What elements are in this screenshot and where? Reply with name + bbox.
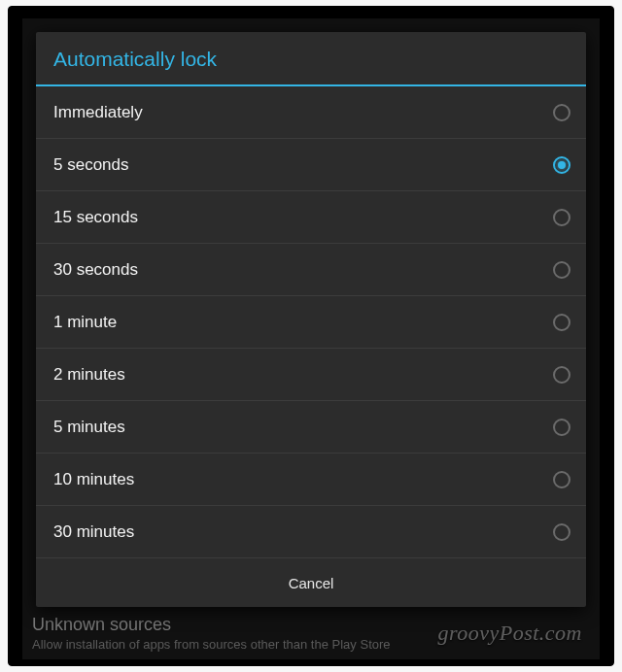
cancel-button[interactable]: Cancel [36, 558, 586, 607]
background-setting-subtitle: Allow installation of apps from sources … [32, 637, 590, 652]
device-frame: Unknown sources Allow installation of ap… [8, 6, 614, 666]
radio-icon[interactable] [553, 209, 570, 226]
option-row[interactable]: 5 seconds [36, 139, 586, 191]
option-label: 30 minutes [53, 522, 134, 542]
radio-icon[interactable] [553, 261, 570, 279]
option-label: 1 minute [53, 313, 117, 332]
option-row[interactable]: 10 minutes [36, 454, 586, 506]
radio-icon[interactable] [553, 156, 570, 174]
option-row[interactable]: 5 minutes [36, 401, 586, 454]
radio-icon[interactable] [553, 471, 570, 488]
radio-icon[interactable] [553, 419, 570, 436]
cancel-button-label: Cancel [289, 575, 334, 591]
background-setting: Unknown sources Allow installation of ap… [32, 615, 590, 652]
option-label: 5 seconds [53, 155, 129, 175]
dialog-title: Automatically lock [53, 48, 569, 71]
option-row[interactable]: Immediately [36, 86, 586, 139]
radio-icon[interactable] [553, 314, 570, 331]
radio-icon[interactable] [553, 523, 570, 541]
option-row[interactable]: 30 seconds [36, 244, 586, 296]
option-row[interactable]: 30 minutes [36, 506, 586, 558]
option-label: Immediately [53, 103, 143, 122]
option-label: 5 minutes [53, 418, 125, 437]
radio-icon[interactable] [553, 104, 570, 121]
option-row[interactable]: 15 seconds [36, 191, 586, 244]
option-row[interactable]: 2 minutes [36, 349, 586, 401]
option-label: 10 minutes [53, 470, 134, 489]
auto-lock-dialog: Automatically lock Immediately5 seconds1… [36, 32, 586, 607]
option-label: 2 minutes [53, 365, 125, 385]
option-label: 15 seconds [53, 208, 138, 227]
option-row[interactable]: 1 minute [36, 296, 586, 349]
options-list: Immediately5 seconds15 seconds30 seconds… [36, 86, 586, 558]
background-setting-title: Unknown sources [32, 615, 590, 635]
option-label: 30 seconds [53, 260, 138, 280]
dialog-header: Automatically lock [36, 32, 586, 84]
screen: Unknown sources Allow installation of ap… [22, 18, 600, 659]
radio-icon[interactable] [553, 366, 570, 384]
